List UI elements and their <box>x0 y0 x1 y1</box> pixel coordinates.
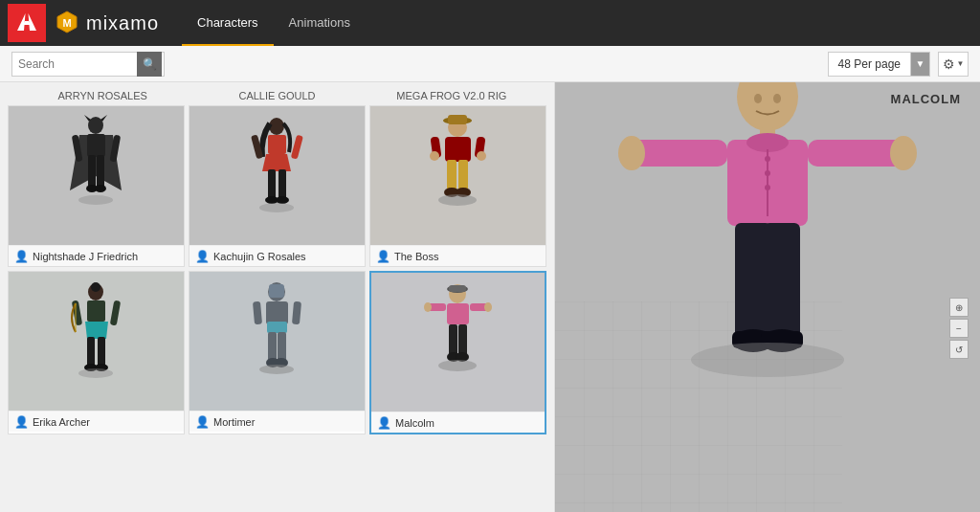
char-name-kachujin: Kachujin G Rosales <box>213 251 306 262</box>
svg-point-89 <box>618 136 645 170</box>
char-footer-mortimer: 👤 Mortimer <box>189 411 365 432</box>
char-img-malcolm <box>371 273 545 412</box>
char-footer-malcolm: 👤 Malcolm <box>371 412 545 433</box>
top-label-0: ARRYN ROSALES <box>15 88 189 103</box>
svg-point-87 <box>765 185 770 190</box>
svg-point-24 <box>259 203 294 212</box>
svg-point-91 <box>890 136 917 170</box>
app-header: M mixamo Characters Animations <box>0 0 980 46</box>
adobe-logo <box>8 4 46 42</box>
char-img-mortimer <box>189 272 365 411</box>
svg-rect-46 <box>72 300 82 325</box>
svg-point-11 <box>95 185 106 192</box>
character-list: ARRYN ROSALES CALLIE GOULD MEGA FROG V2.… <box>0 82 554 512</box>
char-icon-boss: 👤 <box>376 250 390 263</box>
svg-rect-43 <box>98 337 105 367</box>
svg-point-60 <box>259 365 294 374</box>
char-icon-mortimer: 👤 <box>195 415 210 429</box>
char-name-erika: Erika Archer <box>33 416 90 428</box>
char-card-kachujin[interactable]: 👤 Kachujin G Rosales <box>189 105 366 267</box>
top-label-2: MEGA FROG V2.0 RIG <box>365 88 539 103</box>
svg-point-39 <box>91 282 100 292</box>
svg-rect-58 <box>253 301 262 324</box>
zoom-out-button[interactable]: − <box>949 319 969 338</box>
svg-rect-7 <box>87 134 105 157</box>
svg-point-35 <box>430 151 439 161</box>
svg-marker-41 <box>85 322 108 339</box>
char-card-erika[interactable]: 👤 Erika Archer <box>8 271 185 434</box>
svg-point-85 <box>765 156 770 162</box>
search-button[interactable]: 🔍 <box>137 52 162 77</box>
char-icon-malcolm: 👤 <box>377 416 391 430</box>
svg-marker-3 <box>84 115 91 122</box>
char-footer-boss: 👤 The Boss <box>370 245 546 266</box>
svg-rect-42 <box>87 337 95 367</box>
svg-point-86 <box>765 170 770 176</box>
tab-characters[interactable]: Characters <box>182 0 274 46</box>
char-footer-nightshade: 👤 Nightshade J Friedrich <box>9 245 184 266</box>
svg-text:M: M <box>62 17 71 29</box>
svg-rect-23 <box>291 134 303 159</box>
char-footer-erika: 👤 Erika Archer <box>9 411 184 432</box>
char-card-mortimer[interactable]: 👤 Mortimer <box>189 271 366 434</box>
character-panel: ARRYN ROSALES CALLIE GOULD MEGA FROG V2.… <box>0 82 555 512</box>
char-footer-kachujin: 👤 Kachujin G Rosales <box>189 245 365 266</box>
svg-point-37 <box>438 194 477 206</box>
char-icon-kachujin: 👤 <box>195 250 210 263</box>
svg-point-21 <box>276 196 289 204</box>
svg-rect-47 <box>110 300 121 325</box>
svg-rect-52 <box>266 301 288 324</box>
svg-rect-16 <box>268 135 286 154</box>
top-label-1: CALLIE GOULD <box>189 88 364 103</box>
svg-rect-59 <box>292 301 301 324</box>
char-card-nightshade[interactable]: 👤 Nightshade J Friedrich <box>8 105 185 267</box>
svg-rect-93 <box>764 223 800 338</box>
svg-rect-51 <box>269 284 284 298</box>
char-icon-nightshade: 👤 <box>14 250 29 263</box>
gear-button[interactable]: ⚙ ▼ <box>938 52 969 77</box>
svg-rect-30 <box>458 160 468 192</box>
svg-marker-4 <box>100 115 107 122</box>
svg-rect-29 <box>447 160 457 192</box>
char-card-boss[interactable]: 👤 The Boss <box>369 105 546 267</box>
mixamo-hex-icon: M <box>54 10 80 36</box>
char-img-nightshade <box>9 106 184 245</box>
toolbar: 🔍 48 Per page ▼ ⚙ ▼ <box>0 46 980 82</box>
char-img-kachujin <box>189 106 365 245</box>
svg-point-98 <box>691 343 844 377</box>
gear-dropdown-arrow-icon: ▼ <box>957 59 965 68</box>
svg-point-49 <box>78 368 113 378</box>
per-page-button[interactable]: 48 Per page <box>828 52 911 77</box>
svg-rect-9 <box>97 155 104 189</box>
svg-rect-40 <box>87 301 105 322</box>
svg-rect-64 <box>447 303 469 324</box>
mixamo-brand: M mixamo <box>54 10 159 36</box>
svg-rect-8 <box>88 155 96 189</box>
svg-point-80 <box>773 94 781 103</box>
svg-rect-19 <box>278 169 286 200</box>
svg-rect-63 <box>449 285 466 292</box>
char-card-malcolm[interactable]: 👤 Malcolm <box>369 271 546 434</box>
malcolm-3d-figure <box>614 82 921 416</box>
svg-rect-28 <box>445 137 471 162</box>
zoom-in-button[interactable]: ⊕ <box>949 298 969 317</box>
svg-marker-17 <box>262 154 291 171</box>
svg-point-75 <box>737 82 798 131</box>
search-box: 🔍 <box>11 52 165 77</box>
char-name-malcolm: Malcolm <box>395 417 434 429</box>
svg-point-36 <box>477 151 486 161</box>
brand-name-text: mixamo <box>86 12 159 34</box>
svg-rect-69 <box>449 324 457 357</box>
reset-view-button[interactable]: ↺ <box>949 340 969 359</box>
char-name-mortimer: Mortimer <box>213 416 255 428</box>
nav-tabs: Characters Animations <box>182 0 366 46</box>
char-img-boss <box>370 106 546 245</box>
char-name-nightshade: Nightshade J Friedrich <box>33 251 138 262</box>
tab-animations[interactable]: Animations <box>274 0 366 46</box>
char-icon-erika: 👤 <box>14 415 29 429</box>
search-input[interactable] <box>12 56 137 73</box>
3d-viewport[interactable]: MALCOLM <box>555 82 980 512</box>
character-grid: 👤 Nightshade J Friedrich <box>8 105 546 434</box>
per-page-dropdown-arrow[interactable]: ▼ <box>911 52 930 77</box>
svg-rect-70 <box>458 324 467 357</box>
